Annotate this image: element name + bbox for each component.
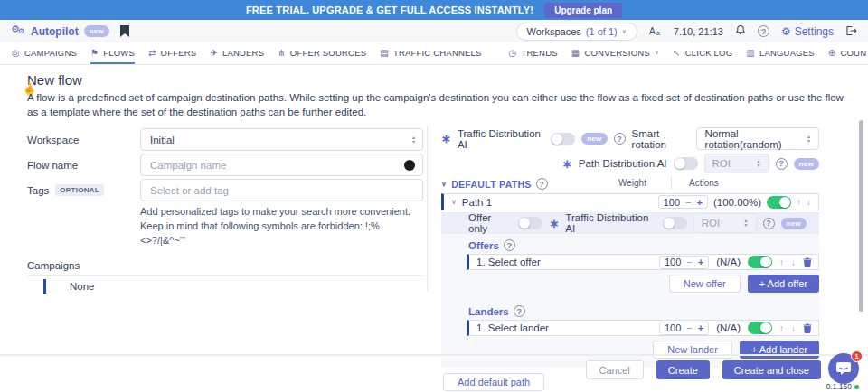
- nav-conversions[interactable]: ▦CONVERSIONS∨: [571, 42, 659, 64]
- move-up-icon[interactable]: ↑: [779, 323, 784, 333]
- delete-lander-icon[interactable]: [803, 323, 812, 333]
- flow-name-input[interactable]: [140, 154, 423, 176]
- traffic-ai-toggle[interactable]: [551, 133, 575, 145]
- path-ai-help-icon[interactable]: ?: [776, 158, 788, 170]
- upgrade-plan-button[interactable]: Upgrade plan: [544, 3, 622, 18]
- chat-launcher[interactable]: 1: [828, 353, 859, 384]
- traffic-ai-help-icon[interactable]: ?: [763, 218, 775, 229]
- nav-label: FLOWS: [103, 48, 135, 58]
- offers-help-icon[interactable]: ?: [504, 239, 515, 251]
- offer-only-toggle[interactable]: [518, 217, 542, 229]
- lander-enabled-toggle[interactable]: [748, 322, 772, 334]
- bookmark-icon[interactable]: [120, 25, 129, 37]
- countries-icon: ⊕: [828, 48, 836, 58]
- move-down-icon[interactable]: ↓: [791, 323, 796, 333]
- lander-weight-stepper[interactable]: 100 − +: [659, 322, 709, 335]
- roi-value: ROI: [712, 158, 731, 169]
- tags-input[interactable]: [140, 179, 423, 201]
- logout-icon[interactable]: [845, 23, 857, 40]
- nav-campaigns[interactable]: ◎CAMPAIGNS: [12, 42, 77, 64]
- add-lander-button[interactable]: + Add lander: [740, 341, 819, 359]
- workspace-select[interactable]: Initial: [140, 128, 423, 151]
- chevron-down-icon[interactable]: ∨: [451, 198, 457, 206]
- bell-icon[interactable]: [735, 23, 746, 40]
- traffic-ai-row: ∗ Traffic Distribution AI new ? Smart ro…: [441, 127, 819, 150]
- trial-banner: FREE TRIAL. UPGRADE & GET FULL ACCESS IN…: [0, 0, 868, 20]
- default-paths-help-icon[interactable]: ?: [536, 178, 548, 190]
- workspaces-selector[interactable]: Workspaces (1 of 1) ∨: [516, 23, 637, 41]
- minus-button[interactable]: −: [686, 322, 692, 333]
- nav-traffic-channels[interactable]: ▤TRAFFIC CHANNELS: [380, 42, 481, 64]
- weight-value: 100: [664, 197, 680, 208]
- trial-banner-text: FREE TRIAL. UPGRADE & GET FULL ACCESS IN…: [246, 5, 533, 15]
- add-default-path-button[interactable]: Add default path: [443, 373, 544, 391]
- settings-button[interactable]: ⚙ Settings: [781, 25, 834, 38]
- nav-offer-sources[interactable]: ⋔OFFER SOURCES: [278, 42, 366, 64]
- conversions-icon: ▦: [571, 48, 580, 58]
- smart-rotation-select[interactable]: Normal rotation(random) ▴▾: [696, 127, 819, 150]
- flow-form: Workspace Initial ▴▾ Flow name Tags OPTI…: [27, 128, 423, 294]
- offer-enabled-toggle[interactable]: [748, 256, 772, 268]
- campaigns-label: Campaigns: [27, 260, 423, 271]
- flows-icon: ⚑: [90, 48, 99, 58]
- ai-icon: ∗: [441, 133, 451, 145]
- nav-click-log[interactable]: ↖CLICK LOG: [673, 42, 732, 64]
- smart-rotation-help-icon[interactable]: ?: [614, 133, 626, 145]
- new-badge: new: [794, 158, 819, 170]
- color-dot[interactable]: [404, 160, 415, 171]
- move-down-icon[interactable]: ↓: [791, 257, 796, 267]
- appbar-right: Workspaces (1 of 1) ∨ Aa 7.10, 21:13 ? ⚙…: [516, 23, 858, 41]
- lander-select[interactable]: 1. Select lander: [476, 322, 549, 333]
- select-arrows-icon: ▴▾: [758, 159, 760, 168]
- create-and-close-button[interactable]: Create and close: [722, 360, 821, 379]
- path-ai-row: ∗ Path Distribution AI ROI ▴▾ ? new: [441, 154, 819, 173]
- offer-only-row: Offer only ∗ Traffic Distribution AI ROI…: [441, 212, 819, 234]
- path-weight-stepper[interactable]: 100 − +: [658, 195, 708, 209]
- move-down-icon[interactable]: ↓: [807, 197, 811, 207]
- new-offer-button[interactable]: New offer: [669, 275, 741, 293]
- cancel-button[interactable]: Cancel: [586, 360, 644, 379]
- report-nav: ◎CAMPAIGNS ⚑FLOWS ⇄OFFERS ✈LANDERS ⋔OFFE…: [0, 42, 868, 65]
- path-percent: (100.00%): [713, 197, 761, 208]
- plus-button[interactable]: +: [697, 197, 703, 208]
- nav-countries[interactable]: ⊕COUNTRIES∨: [828, 42, 868, 64]
- help-icon[interactable]: ?: [758, 25, 769, 37]
- path-ai-toggle[interactable]: [674, 157, 698, 170]
- panel-scrollbar[interactable]: [859, 120, 863, 312]
- path-traffic-ai-toggle[interactable]: [663, 217, 687, 229]
- path-enabled-toggle[interactable]: [767, 196, 791, 209]
- minus-button[interactable]: −: [685, 197, 691, 208]
- offer-weight-stepper[interactable]: 100 − +: [659, 256, 709, 269]
- add-offer-button[interactable]: + Add offer: [748, 275, 819, 293]
- nav-landers[interactable]: ✈LANDERS: [210, 42, 264, 64]
- move-up-icon[interactable]: ↑: [797, 197, 801, 207]
- tags-help-text: Add personalized tags to make your searc…: [140, 205, 423, 248]
- nav-label: OFFERS: [161, 48, 197, 58]
- nav-offers[interactable]: ⇄OFFERS: [148, 42, 196, 64]
- plus-button[interactable]: +: [698, 257, 703, 267]
- nav-trends[interactable]: ◷TRENDS: [509, 42, 558, 64]
- gears-icon: ⚙⚙: [11, 25, 25, 38]
- nav-label: COUNTRIES: [840, 48, 868, 58]
- flow-name-row: Flow name: [27, 154, 423, 176]
- version-info: 0.1.150: [826, 382, 859, 391]
- plus-button[interactable]: +: [698, 322, 703, 333]
- offer-sources-icon: ⋔: [278, 48, 286, 58]
- traffic-ai-label: Traffic Distribution AI: [458, 128, 544, 150]
- ai-icon: ∗: [562, 158, 572, 170]
- nav-flows[interactable]: ⚑FLOWS: [90, 42, 135, 64]
- minus-button[interactable]: −: [686, 257, 692, 267]
- delete-offer-icon[interactable]: [803, 257, 812, 267]
- move-up-icon[interactable]: ↑: [779, 257, 784, 267]
- default-paths-toggle[interactable]: ∨ DEFAULT PATHS ?: [441, 178, 548, 190]
- nav-languages[interactable]: ▥LANGUAGES: [746, 42, 815, 64]
- new-lander-button[interactable]: New lander: [653, 341, 732, 359]
- column-divider: [671, 177, 672, 190]
- offer-select[interactable]: 1. Select offer: [476, 257, 541, 267]
- landers-help-icon[interactable]: ?: [514, 305, 525, 317]
- footer-divider: [0, 354, 868, 356]
- create-button[interactable]: Create: [656, 360, 710, 379]
- path-details-panel: Offer only ∗ Traffic Distribution AI ROI…: [441, 212, 819, 368]
- translate-icon[interactable]: Aa: [649, 23, 662, 40]
- brand-autopilot[interactable]: ⚙⚙ Autopilot new: [11, 25, 109, 38]
